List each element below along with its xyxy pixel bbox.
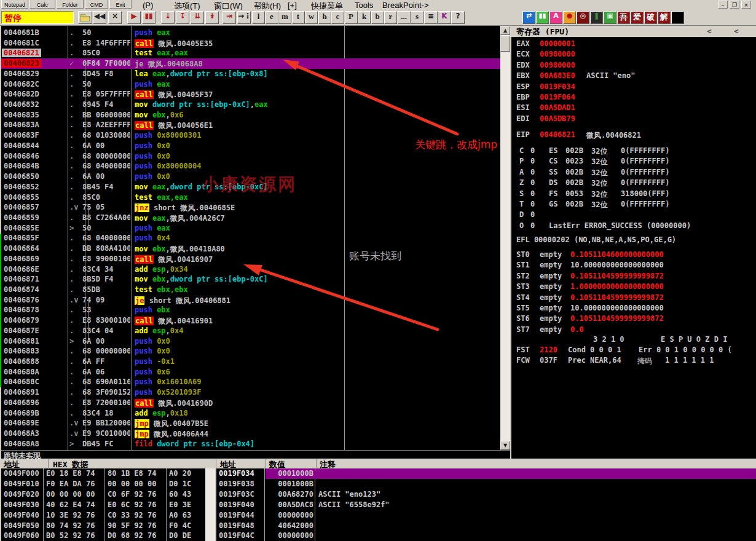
- open-file-button[interactable]: [78, 11, 92, 24]
- disasm-row[interactable]: 00406832.8945 F4mov dword ptr ss:[ebp-0x…: [1, 100, 500, 110]
- menu-item[interactable]: Tools: [355, 1, 373, 10]
- quick-button-notepad[interactable]: Notepad: [1, 0, 28, 9]
- disasm-row[interactable]: 00406835.BB 06000000mov ebx,0x6: [1, 110, 500, 120]
- flag-row-a[interactable]: A0SS002B32位0(FFFFFFFF): [511, 168, 756, 178]
- goto-button[interactable]: →⋮: [237, 11, 251, 24]
- window-button-r[interactable]: r: [384, 11, 397, 24]
- hex-dump-pane[interactable]: 0049F000E0 18 E8 7480 1B E8 74A0 200049F…: [0, 468, 205, 541]
- dump-row[interactable]: 0049F04010 3E 92 76C0 33 92 76A0 63: [1, 510, 205, 521]
- k-window-button[interactable]: K: [438, 11, 451, 24]
- quick-button-exit[interactable]: Exit: [109, 0, 132, 9]
- step-over-button[interactable]: ↧: [176, 11, 189, 24]
- stack-row[interactable]: 0019F0380001000B: [216, 479, 756, 489]
- black-icon[interactable]: [671, 11, 684, 24]
- disasm-row[interactable]: 00406874.85DBtest ebx,ebx: [1, 285, 500, 295]
- flag-row-s[interactable]: S0FS005332位318000(FFF): [511, 189, 756, 200]
- scrollbar-thumb[interactable]: [500, 36, 510, 52]
- disasm-row[interactable]: 00406829.8D45 F8lea eax,dword ptr ss:[eb…: [1, 69, 500, 79]
- fpu-row-st1[interactable]: ST1empty10.000000000000000000: [511, 261, 756, 271]
- dump-row[interactable]: 0049F010F0 EA DA 7600 00 00 00D0 1C: [1, 479, 205, 489]
- swap-icon[interactable]: ⇄: [522, 11, 535, 24]
- disasm-row[interactable]: 00406879.E8 83000100call 微风.00416901: [1, 315, 500, 326]
- window-button-l[interactable]: l: [252, 11, 265, 24]
- stack-row[interactable]: 0019F04840642000: [216, 521, 756, 531]
- disasm-row[interactable]: 0040683A.E8 A2EEFFFFcall 微风.004056E1: [1, 120, 500, 130]
- register-row-edi[interactable]: EDI00A5DB79: [511, 114, 756, 125]
- fpu-row-st4[interactable]: ST4empty0.1051104599999999872: [511, 293, 756, 304]
- po-icon[interactable]: 破: [644, 11, 657, 24]
- register-row-edx[interactable]: EDX00980000: [511, 61, 756, 71]
- fpu-row-st0[interactable]: ST0empty0.1051104600000000000: [511, 250, 756, 261]
- disasm-row[interactable]: 00406876.v74 09je short 微风.00406881: [1, 295, 500, 306]
- register-row-ecx[interactable]: ECX00980000: [511, 50, 756, 60]
- menu-item[interactable]: 选项(T): [174, 1, 200, 10]
- dump-row[interactable]: 0049F02000 00 00 00C0 6F 92 7660 43: [1, 489, 205, 500]
- window-button-k[interactable]: k: [358, 11, 371, 24]
- dump-row[interactable]: 0049F03040 62 E4 74E0 6C 92 76E0 3E: [1, 500, 205, 510]
- fpu-row-st7[interactable]: ST7empty0.0: [511, 325, 756, 336]
- collapse-icon[interactable]: <: [734, 26, 739, 36]
- disasm-row[interactable]: 00406823✓0F84 7F00000je 微风.004068A8: [1, 58, 500, 69]
- disasm-row[interactable]: 00406864.BB 808A4100mov ebx,微风.00418A80: [1, 243, 500, 254]
- menu-item[interactable]: 窗口(W): [214, 1, 243, 10]
- stack-row[interactable]: 0019F04C00000000: [216, 531, 756, 541]
- dump-row[interactable]: 0049F000E0 18 E8 7480 1B E8 74A0 20: [1, 468, 205, 479]
- menu-item[interactable]: 帮助(H): [254, 1, 281, 10]
- disasm-row[interactable]: 0040681B.50push eax: [1, 28, 500, 38]
- dump-row[interactable]: 0049F05080 74 92 7690 5F 92 76F0 4C: [1, 521, 205, 531]
- flag-row-c[interactable]: C0ES002B32位0(FFFFFFFF): [511, 146, 756, 157]
- disasm-row[interactable]: 0040689E.vE9 BB120000jmp 微风.00407B5E: [1, 418, 500, 428]
- stack-row[interactable]: 0019F03C00A68270ASCII "eno123": [216, 489, 756, 500]
- fpu-row-st3[interactable]: ST3empty1.0000000000000000000: [511, 282, 756, 293]
- flag-row-d[interactable]: D0: [511, 210, 756, 221]
- window-button-t[interactable]: t: [292, 11, 305, 24]
- dump-scrollbar[interactable]: ▲: [205, 459, 216, 541]
- flag-row-t[interactable]: T0GS002B32位0(FFFFFFFF): [511, 200, 756, 210]
- pause-button[interactable]: ▮▮: [142, 11, 156, 24]
- registers-pane[interactable]: 寄存器 (FPU) < < EAX00000001ECX00980000EDX0…: [510, 26, 756, 459]
- ai-icon[interactable]: 爱: [631, 11, 644, 24]
- disasm-row[interactable]: 00406883.68 00000000push 0x0: [1, 346, 500, 357]
- quick-button-cmd[interactable]: CMD: [85, 0, 108, 9]
- disasm-row[interactable]: 004068A8>DB45 FCfild dword ptr ss:[ebp-0…: [1, 439, 500, 449]
- disasm-row[interactable]: 00406896.E8 72000100call 微风.0041690D: [1, 398, 500, 408]
- window-button-h[interactable]: h: [318, 11, 331, 24]
- collapse-icon[interactable]: <: [707, 26, 712, 36]
- dump-row[interactable]: 0049F060B0 52 92 76D0 68 92 76D0 DE: [1, 531, 205, 541]
- list-view-button[interactable]: ≡: [424, 11, 438, 24]
- disasm-row[interactable]: 00406888.6A FFpush -0x1: [1, 357, 500, 367]
- flag-row-z[interactable]: Z0DS002B32位0(FFFFFFFF): [511, 178, 756, 189]
- disasm-row[interactable]: 00406869.E8 99000100call 微风.00416907: [1, 254, 500, 264]
- minimize-button[interactable]: –: [718, 1, 728, 9]
- register-row-eip[interactable]: EIP00406821微风.00406821: [511, 130, 756, 141]
- disasm-row[interactable]: 00406859.B8 C7264A00mov eax,微风.004A26C7: [1, 213, 500, 223]
- fpu-row-st2[interactable]: ST2empty0.1051104599999999872: [511, 272, 756, 282]
- disasm-row[interactable]: 00406821.85C0test eax,eax: [1, 48, 500, 58]
- disasm-row[interactable]: 0040687E.83C4 04add esp,0x4: [1, 326, 500, 336]
- flag-row-p[interactable]: P0CS002332位0(FFFFFFFF): [511, 157, 756, 167]
- fcw-row[interactable]: FCW037FPrec NEAR,64掩码1 1 1 1 1 1: [511, 356, 756, 366]
- quick-button-calc[interactable]: Calc: [30, 0, 55, 9]
- step-into-button[interactable]: ↓: [161, 11, 175, 24]
- disasm-row[interactable]: 0040685F.68 04000000push 0x4: [1, 233, 500, 243]
- trace-over-button[interactable]: ↡: [205, 11, 219, 24]
- fpu-row-st6[interactable]: ST6empty0.1051104599999999872: [511, 314, 756, 325]
- window-button-m[interactable]: m: [278, 11, 291, 24]
- disasm-row[interactable]: 0040686E.83C4 34add esp,0x34: [1, 264, 500, 275]
- window-button-s[interactable]: s: [411, 11, 423, 24]
- stack-pane[interactable]: 0019F0340001000B0019F0380001000B0019F03C…: [216, 468, 756, 541]
- register-row-esi[interactable]: ESI00A5DAD1: [511, 103, 756, 114]
- stack-row[interactable]: 0019F04400000000: [216, 510, 756, 521]
- menu-item[interactable]: (P): [143, 1, 153, 10]
- restart-button[interactable]: ◀◀: [93, 11, 106, 24]
- columns-icon[interactable]: ‖: [590, 11, 603, 24]
- register-row-ebp[interactable]: EBP0019F064: [511, 93, 756, 103]
- quick-button-folder[interactable]: Folder: [57, 0, 84, 9]
- window-button-...[interactable]: ...: [398, 11, 411, 24]
- scroll-up-icon[interactable]: ▲: [500, 26, 510, 35]
- menu-item[interactable]: BreakPoint->: [382, 1, 429, 10]
- efl-row[interactable]: EFL 00000202 (NO,NB,NE,A,NS,PO,GE,G): [511, 235, 756, 246]
- close-window-button[interactable]: ×: [741, 1, 751, 9]
- flag-row-o[interactable]: O0LastErr ERROR_SUCCESS (00000000): [511, 221, 756, 232]
- assembler-icon[interactable]: A: [549, 11, 562, 24]
